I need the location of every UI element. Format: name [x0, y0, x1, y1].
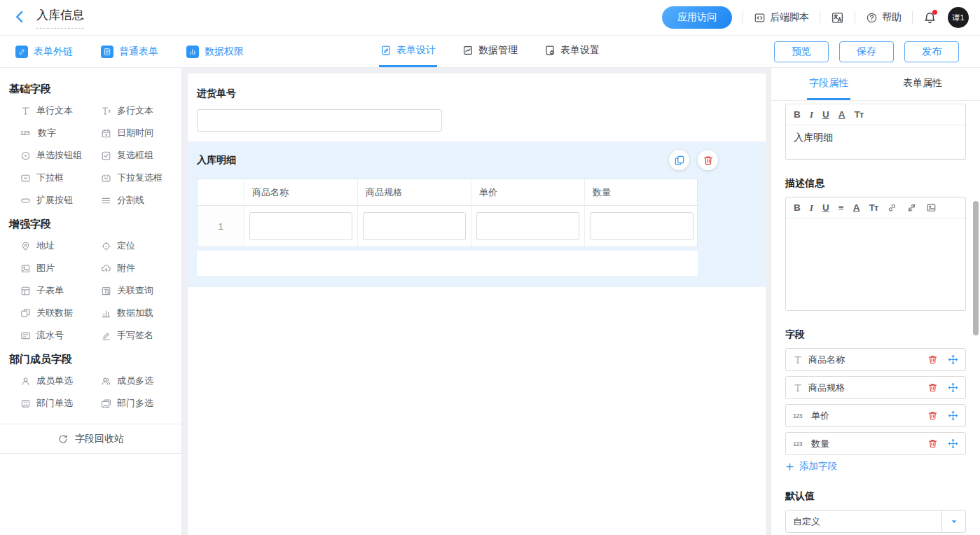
member-single-icon [20, 376, 31, 387]
unlink-icon[interactable] [906, 202, 917, 213]
italic-button[interactable]: I [810, 203, 813, 213]
avatar[interactable]: 谭1 [948, 7, 969, 28]
palette-grid-dept: 成员单选 成员多选 部门单选 部门多选 [0, 370, 181, 415]
palette-item-address[interactable]: 地址 [20, 235, 101, 257]
field-title-input[interactable]: 入库明细 [786, 125, 965, 159]
preview-button[interactable]: 预览 [774, 41, 829, 62]
cell-input-product-spec[interactable] [363, 212, 466, 240]
palette-item-radio-group[interactable]: 单选按钮组 [20, 144, 101, 167]
form-card: 进货单号 入库明细 [188, 74, 766, 535]
field-row-product-spec[interactable]: 商品规格 [785, 376, 966, 399]
publish-button[interactable]: 发布 [904, 41, 959, 62]
bold-button[interactable]: B [794, 203, 801, 213]
purchase-no-input[interactable] [197, 109, 442, 132]
field-purchase-no[interactable]: 进货单号 [188, 74, 766, 141]
font-size-button[interactable]: Tт [869, 203, 878, 213]
image-editor-icon[interactable] [926, 202, 937, 213]
palette-item-data-load[interactable]: 数据加载 [101, 302, 181, 324]
default-value-select[interactable]: 自定义 [785, 510, 966, 533]
palette-item-datetime[interactable]: 日期时间 [101, 122, 181, 144]
palette-item-image[interactable]: 图片 [20, 257, 101, 279]
add-field-button[interactable]: 添加字段 [785, 460, 966, 473]
link-icon[interactable] [887, 202, 897, 213]
move-field-icon[interactable] [948, 354, 958, 365]
subform-selected[interactable]: 入库明细 商品名称 商品规格 [188, 141, 766, 287]
app-access-button[interactable]: 应用访问 [662, 6, 732, 29]
help-icon [866, 12, 878, 24]
tab-form-design[interactable]: 表单设计 [379, 36, 437, 67]
underline-button[interactable]: U [822, 110, 829, 120]
palette-item-multi-line-text[interactable]: 多行文本 [101, 99, 181, 122]
back-button[interactable] [13, 10, 27, 24]
palette-item-extend-button[interactable]: 扩展按钮 [20, 189, 101, 211]
column-header-index [198, 179, 244, 206]
palette-item-locate[interactable]: 定位 [101, 235, 181, 257]
move-field-icon[interactable] [948, 410, 958, 421]
align-button[interactable]: ≡ [838, 203, 844, 213]
panel-scrollbar[interactable] [973, 201, 979, 335]
palette-item-linked-data[interactable]: 关联数据 [20, 302, 101, 324]
subform-footer-area[interactable] [197, 251, 698, 276]
palette-item-checkbox-group[interactable]: 复选框组 [101, 144, 181, 167]
palette-item-attachment[interactable]: 附件 [101, 257, 181, 279]
delete-field-icon[interactable] [927, 382, 938, 393]
bold-button[interactable]: B [794, 110, 801, 120]
palette-item-member-multi[interactable]: 成员多选 [101, 370, 181, 392]
header-right: 应用访问 后端脚本 帮助 谭1 [662, 6, 969, 29]
tab-form-settings[interactable]: 表单设置 [543, 36, 601, 67]
copy-subform-button[interactable] [669, 150, 689, 170]
palette-item-lookup[interactable]: 关联查询 [101, 279, 181, 302]
palette-item-select[interactable]: 下拉框 [20, 167, 101, 189]
help-button[interactable]: 帮助 [866, 11, 902, 24]
form-external-link-button[interactable]: 表单外链 [15, 46, 73, 58]
field-row-product-name[interactable]: 商品名称 [785, 348, 966, 371]
cell-input-quantity[interactable] [590, 212, 693, 240]
palette-item-multi-select[interactable]: 下拉复选框 [101, 167, 181, 189]
page-title[interactable]: 入库信息 [36, 7, 84, 29]
font-color-button[interactable]: A [838, 110, 846, 120]
tab-data-manage[interactable]: 数据管理 [461, 36, 519, 67]
caret-zone[interactable] [941, 510, 965, 532]
palette-item-divider[interactable]: 分割线 [101, 189, 181, 211]
cell-input-product-name[interactable] [249, 212, 352, 240]
plain-form-button[interactable]: 普通表单 [101, 46, 158, 58]
palette-item-dept-multi[interactable]: 部门多选 [101, 392, 181, 415]
workspace: 基础字段 单行文本 多行文本 123数字 日期时间 单选按钮组 复选框组 下拉框… [0, 68, 980, 535]
tab-form-properties[interactable]: 表单属性 [901, 68, 944, 100]
underline-button[interactable]: U [822, 203, 829, 213]
palette-item-signature[interactable]: 手写签名 [101, 324, 181, 347]
field-row-quantity[interactable]: 123 数量 [785, 432, 966, 455]
font-size-button[interactable]: Tт [855, 110, 864, 120]
linked-data-icon [20, 308, 31, 319]
palette-item-member-single[interactable]: 成员单选 [20, 370, 101, 392]
notifications-button[interactable] [923, 11, 937, 25]
move-field-icon[interactable] [948, 382, 958, 393]
move-field-icon[interactable] [948, 438, 958, 449]
backend-script-button[interactable]: 后端脚本 [754, 11, 809, 24]
field-recycle-bin[interactable]: 字段回收站 [0, 424, 181, 454]
palette-item-single-line-text[interactable]: 单行文本 [20, 99, 101, 122]
panel-tabs: 字段属性 表单属性 [771, 68, 980, 101]
save-button[interactable]: 保存 [839, 41, 894, 62]
column-header: 单价 [471, 179, 585, 206]
delete-subform-button[interactable] [698, 150, 718, 170]
italic-button[interactable]: I [810, 110, 813, 120]
delete-field-icon[interactable] [927, 438, 938, 449]
field-row-unit-price[interactable]: 123 单价 [785, 404, 966, 427]
cell-input-unit-price[interactable] [476, 212, 579, 240]
font-color-button[interactable]: A [853, 203, 860, 213]
divider-icon [101, 195, 111, 206]
data-permission-button[interactable]: 数据权限 [186, 46, 244, 58]
palette-item-subform[interactable]: 子表单 [20, 279, 101, 302]
palette-item-number[interactable]: 123数字 [20, 122, 101, 144]
header-left: 入库信息 [13, 7, 84, 29]
description-input[interactable] [786, 218, 965, 310]
panel-body: B I U A Tт 入库明细 描述信息 B I U ≡ A [771, 104, 980, 535]
delete-field-icon[interactable] [927, 410, 938, 421]
palette-item-dept-single[interactable]: 部门单选 [20, 392, 101, 415]
tab-field-properties[interactable]: 字段属性 [807, 68, 850, 100]
delete-field-icon[interactable] [927, 354, 938, 365]
palette-item-serial-number[interactable]: 流水号 [20, 324, 101, 347]
translate-icon[interactable] [831, 11, 844, 25]
app-header: 入库信息 应用访问 后端脚本 帮助 谭1 [0, 0, 980, 36]
